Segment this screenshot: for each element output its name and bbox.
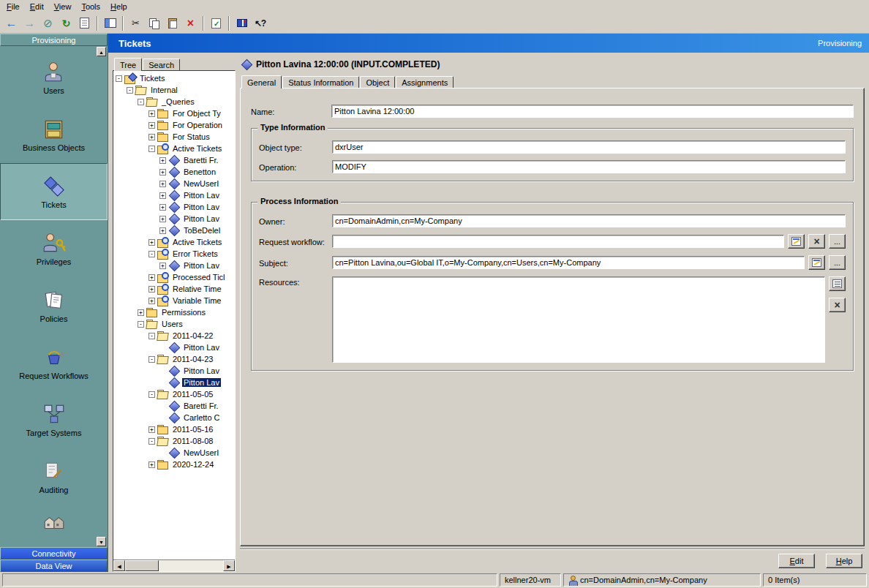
tree-node[interactable]: Carletto C — [114, 412, 234, 423]
tab-assignments[interactable]: Assignments — [396, 76, 454, 88]
tree-expander-icon[interactable]: - — [127, 87, 133, 94]
tab-tree[interactable]: Tree — [114, 58, 142, 71]
tree-expander-icon[interactable]: - — [148, 438, 155, 445]
forward-button[interactable] — [20, 15, 39, 32]
menu-item[interactable]: Edit — [25, 1, 49, 12]
tree-node-label[interactable]: Pitton Lav — [182, 261, 221, 270]
refresh-button[interactable] — [57, 15, 75, 32]
tab-status-information[interactable]: Status Information — [282, 76, 359, 88]
tree-expander-icon[interactable]: + — [148, 239, 155, 246]
tree-node-label[interactable]: For Status — [171, 132, 211, 141]
tree-node[interactable]: - 2011-04-23 — [114, 353, 234, 365]
tree-node[interactable]: + Permissions — [114, 306, 234, 318]
tree-node-label[interactable]: 2011-05-05 — [171, 390, 214, 399]
tree-expander-icon[interactable]: + — [148, 134, 155, 140]
tree-node[interactable]: Pitton Lav — [114, 365, 234, 377]
tree-node-label[interactable]: _Queries — [160, 97, 196, 106]
tree-expander-icon[interactable]: + — [148, 298, 155, 304]
tree-node[interactable]: - Tickets — [114, 72, 234, 84]
menu-item[interactable]: File — [1, 1, 25, 12]
tree-node-label[interactable]: Processed Ticl — [171, 273, 227, 282]
validate-button[interactable] — [207, 15, 225, 32]
copy-button[interactable] — [145, 15, 163, 32]
tree-node-label[interactable]: Carletto C — [182, 413, 222, 422]
tree-node-label[interactable]: Pitton Lav — [182, 343, 221, 352]
tree-expander-icon[interactable]: + — [148, 122, 155, 129]
subject-input[interactable] — [332, 256, 805, 269]
tree-node[interactable]: + 2011-05-16 — [114, 423, 234, 435]
tree-node[interactable]: - 2011-04-22 — [114, 330, 234, 342]
tree-node[interactable]: + For Object Ty — [114, 108, 234, 119]
tree-node-label[interactable]: Variable Time — [171, 296, 222, 305]
tree-node-label[interactable]: Pitton Lav — [182, 203, 221, 211]
tree-node-label[interactable]: Active Tickets — [171, 144, 223, 153]
sidebar-item-request-workflows[interactable]: Request Workflows — [0, 334, 108, 391]
panel-toggle-button[interactable] — [101, 15, 119, 32]
tree-node-label[interactable]: 2011-04-23 — [171, 355, 214, 363]
tree-node[interactable]: NewUserI — [114, 447, 234, 459]
sidebar-item-users[interactable]: Users — [0, 49, 108, 106]
sidebar-item-tickets[interactable]: Tickets — [0, 163, 108, 220]
menu-item[interactable]: View — [49, 1, 77, 12]
tree-node-label[interactable]: Baretti Fr. — [182, 402, 220, 410]
sidebar-header[interactable]: Provisioning — [0, 34, 108, 46]
sidebar-scroll-down-button[interactable] — [97, 537, 106, 546]
tree-node[interactable]: + For Operation — [114, 119, 234, 131]
tree-expander-icon[interactable]: - — [148, 146, 155, 152]
tree-expander-icon[interactable]: + — [138, 309, 144, 316]
request-workflow-select-button[interactable] — [788, 234, 805, 249]
tree-expander-icon[interactable]: + — [148, 274, 155, 281]
tree-node[interactable]: - 2011-08-08 — [114, 435, 234, 447]
sidebar-item-policies[interactable]: Policies — [0, 277, 108, 334]
tree-node[interactable]: + NewUserI — [114, 178, 234, 189]
owner-input[interactable] — [332, 214, 846, 227]
tree-node[interactable]: + Benetton — [114, 166, 234, 178]
menu-item[interactable]: Tools — [76, 1, 105, 12]
tree-node[interactable]: + Pitton Lav — [114, 213, 234, 225]
tree-node-label[interactable]: 2011-04-22 — [171, 331, 214, 340]
tree-node[interactable]: + Variable Time — [114, 295, 234, 306]
tree-node[interactable]: - 2011-05-05 — [114, 388, 234, 400]
tree-node-label[interactable]: Pitton Lav — [182, 214, 221, 223]
tree-node[interactable]: + Pitton Lav — [114, 260, 234, 271]
scrollbar-thumb[interactable] — [125, 560, 159, 571]
help-button[interactable]: Help — [826, 554, 862, 568]
tree-node-label[interactable]: For Operation — [171, 121, 224, 129]
request-workflow-input[interactable] — [332, 235, 784, 248]
sidebar-item-connectivity-partial[interactable] — [0, 505, 108, 546]
tree-node-label[interactable]: ToBeDelel — [182, 226, 222, 235]
new-document-button[interactable] — [75, 15, 94, 32]
tree-expander-icon[interactable]: + — [159, 169, 166, 176]
sidebar-item-target-systems[interactable]: Target Systems — [0, 391, 108, 448]
tree-node[interactable]: + Pitton Lav — [114, 189, 234, 201]
name-input[interactable] — [331, 105, 854, 118]
tree-expander-icon[interactable]: + — [159, 263, 166, 269]
tree-node[interactable]: + Processed Ticl — [114, 271, 234, 283]
scroll-right-button[interactable] — [223, 560, 235, 571]
paste-button[interactable] — [163, 15, 181, 32]
tree-expander-icon[interactable]: + — [148, 286, 155, 293]
help-book-button[interactable] — [233, 15, 251, 32]
tree-node[interactable]: + Relative Time — [114, 283, 234, 295]
tree-node-label[interactable]: Baretti Fr. — [182, 156, 220, 165]
tab-object[interactable]: Object — [360, 76, 395, 88]
tree-expander-icon[interactable]: + — [159, 157, 166, 164]
menu-item[interactable]: Help — [105, 1, 132, 12]
scroll-left-button[interactable] — [113, 560, 125, 571]
stop-button[interactable] — [39, 15, 57, 32]
operation-input[interactable] — [332, 160, 846, 173]
tree-node-label[interactable]: NewUserI — [182, 179, 220, 188]
tree-expander-icon[interactable]: + — [159, 192, 166, 199]
subject-browse-button[interactable]: ... — [829, 255, 846, 270]
tree-expander-icon[interactable]: + — [159, 181, 166, 187]
group-button-data-view[interactable]: Data View — [0, 559, 108, 572]
tree-node-label[interactable]: For Object Ty — [171, 109, 222, 118]
tree-expander-icon[interactable]: + — [148, 426, 155, 433]
tree-node[interactable]: + ToBeDelel — [114, 225, 234, 236]
tree-node[interactable]: + 2020-12-24 — [114, 459, 234, 470]
edit-button[interactable]: Edit — [778, 554, 815, 568]
tree-node[interactable]: - Users — [114, 318, 234, 330]
tree-node[interactable]: + Baretti Fr. — [114, 154, 234, 166]
request-workflow-browse-button[interactable]: ... — [829, 234, 846, 249]
tree-node[interactable]: Pitton Lav — [114, 377, 234, 388]
